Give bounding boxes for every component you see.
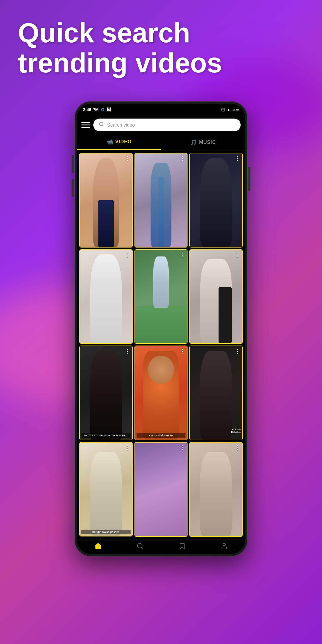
signal-icon: ◁ — [232, 108, 234, 112]
video-thumb-4 — [80, 250, 132, 343]
tab-music[interactable]: 🎵 MUSIC — [161, 134, 245, 150]
video-card-4[interactable]: ⋮ — [79, 249, 133, 344]
video-tab-label: VIDEO — [115, 139, 132, 144]
more-button-10[interactable]: ⋮ — [125, 444, 130, 451]
video-card-2[interactable]: ⋮ — [134, 153, 188, 248]
nav-profile[interactable] — [221, 542, 228, 550]
tab-bar: 📹 VIDEO 🎵 MUSIC — [77, 134, 245, 150]
svg-point-0 — [99, 122, 103, 126]
more-button-4[interactable]: ⋮ — [125, 252, 130, 258]
svg-line-3 — [141, 547, 143, 548]
video-thumb-3 — [190, 153, 242, 247]
video-card-11[interactable]: ⋮ — [134, 442, 188, 537]
nav-explore[interactable] — [137, 542, 144, 550]
more-button-8[interactable]: ⋮ — [179, 348, 185, 354]
search-icon — [99, 122, 104, 128]
more-button-11[interactable]: ⋮ — [179, 444, 185, 451]
video-card-8[interactable]: ⋮ Car Or Girl Part 16 — [134, 346, 188, 440]
video-grid: ⋮ ⋮ ⋮ — [77, 150, 245, 539]
nav-home[interactable] — [95, 542, 102, 550]
video-card-5[interactable]: ⋮ — [134, 249, 188, 344]
status-bar: 2:46 PM G 🖼 📳 ▲ ◁ ▭ — [77, 104, 245, 116]
video-thumb-1 — [80, 153, 132, 247]
bottom-nav — [77, 539, 245, 554]
more-button-3[interactable]: ⋮ — [235, 155, 240, 162]
hamburger-menu[interactable] — [81, 122, 90, 128]
video-card-6[interactable]: ⋮ — [189, 249, 243, 344]
more-button-12[interactable]: ⋮ — [235, 444, 240, 451]
video-tab-icon: 📹 — [106, 139, 113, 145]
hamburger-line-2 — [81, 125, 90, 125]
video-thumb-7 — [80, 346, 132, 440]
video-card-10[interactable]: ⋮ hot girl walks passed — [79, 442, 133, 537]
video-overlay-10: hot girl walks passed — [81, 530, 131, 535]
more-button-9[interactable]: ⋮ — [235, 348, 240, 354]
more-button-6[interactable]: ⋮ — [235, 252, 240, 258]
music-tab-label: MUSIC — [199, 140, 216, 145]
video-thumb-9 — [190, 346, 242, 440]
svg-point-4 — [223, 543, 225, 546]
phone-body: 2:46 PM G 🖼 📳 ▲ ◁ ▭ — [75, 101, 247, 556]
status-left: 2:46 PM G 🖼 — [83, 107, 111, 112]
phone-device: 2:46 PM G 🖼 📳 ▲ ◁ ▭ — [75, 101, 247, 556]
wifi-icon: ▲ — [227, 108, 230, 111]
video-card-12[interactable]: ⋮ — [189, 442, 243, 537]
video-overlay-8: Car Or Girl Part 16 — [137, 433, 186, 438]
video-card-7[interactable]: ⋮ HOTTEST GIRLS ON TIKTOK PT 2 — [79, 346, 133, 440]
phone-screen: 2:46 PM G 🖼 📳 ▲ ◁ ▭ — [77, 104, 245, 554]
search-bar[interactable]: Search video — [93, 119, 241, 131]
status-time: 2:46 PM — [83, 107, 99, 112]
video-thumb-10 — [80, 443, 132, 536]
app-header: Search video — [77, 116, 245, 134]
more-button-2[interactable]: ⋮ — [179, 155, 185, 162]
hamburger-line-3 — [81, 127, 90, 128]
video-overlay-7: HOTTEST GIRLS ON TIKTOK PT 2 — [81, 433, 131, 438]
nav-bookmark[interactable] — [179, 542, 186, 550]
status-icons: 📳 ▲ ◁ ▭ — [221, 108, 239, 112]
notification-icon: 🖼 — [107, 107, 111, 112]
battery-icon: ▭ — [236, 108, 239, 112]
tab-video[interactable]: 📹 VIDEO — [77, 134, 161, 150]
music-tab-icon: 🎵 — [190, 139, 197, 146]
video-thumb-11 — [135, 443, 187, 536]
video-card-1[interactable]: ⋮ — [79, 153, 133, 248]
video-card-3[interactable]: ⋮ — [189, 153, 243, 248]
hero-title: Quick search trending videos — [18, 18, 304, 78]
hero-header: Quick search trending videos — [18, 18, 304, 78]
video-overlay-9: Hot GirlHobbies — [231, 428, 241, 434]
video-thumb-2 — [135, 153, 187, 247]
video-thumb-6 — [190, 250, 242, 343]
vibrate-icon: 📳 — [221, 108, 225, 112]
video-card-9[interactable]: ⋮ Hot GirlHobbies — [189, 346, 243, 440]
search-placeholder: Search video — [107, 122, 135, 128]
google-icon: G — [101, 107, 104, 112]
video-thumb-8 — [135, 346, 187, 440]
more-button-1[interactable]: ⋮ — [125, 155, 130, 162]
svg-line-1 — [102, 125, 103, 126]
hamburger-line-1 — [81, 122, 90, 123]
more-button-7[interactable]: ⋮ — [125, 348, 130, 354]
svg-point-2 — [137, 543, 142, 548]
video-thumb-5 — [135, 250, 187, 343]
video-thumb-12 — [190, 443, 242, 536]
more-button-5[interactable]: ⋮ — [179, 252, 185, 258]
